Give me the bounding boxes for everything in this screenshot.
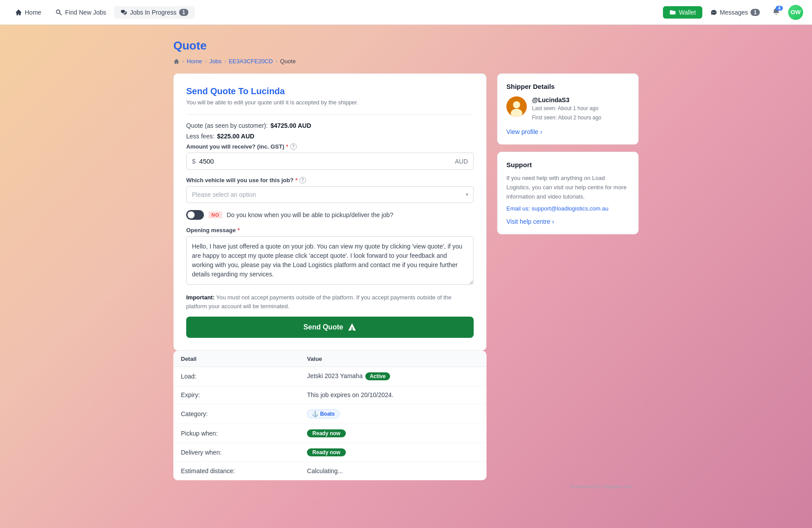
vehicle-help-icon[interactable]: ? bbox=[299, 177, 306, 184]
no-badge: NO bbox=[208, 211, 222, 218]
important-label: Important: bbox=[186, 294, 214, 301]
amount-group: Amount you will receive? (inc. GST) * ? … bbox=[186, 143, 474, 170]
pickup-toggle[interactable] bbox=[186, 210, 204, 220]
important-text: You must not accept payments outside of … bbox=[186, 294, 452, 310]
quote-line: Quote (as seen by customer): $4725.00 AU… bbox=[186, 122, 474, 129]
home-breadcrumb-icon bbox=[173, 58, 180, 65]
notif-badge: 4 bbox=[776, 6, 783, 11]
nav-wallet-label: Wallet bbox=[679, 9, 696, 16]
divider-1 bbox=[186, 115, 474, 115]
svg-point-1 bbox=[513, 101, 520, 108]
breadcrumb-job-id[interactable]: EE3A3CFE20CD bbox=[229, 58, 273, 65]
table-row: Pickup when:Ready now bbox=[174, 424, 486, 443]
shipper-card: Shipper Details @LucindaS3 Last seen: Ab… bbox=[497, 73, 639, 145]
vehicle-select[interactable]: Please select an option bbox=[186, 186, 474, 203]
send-quote-button[interactable]: Send Quote bbox=[186, 317, 474, 338]
page-title: Quote bbox=[173, 39, 639, 53]
send-btn-label: Send Quote bbox=[303, 323, 343, 331]
nav-jobs-in-progress-label: Jobs In Progress bbox=[130, 9, 176, 16]
vehicle-group: Which vehicle will you use for this job?… bbox=[186, 177, 474, 203]
wallet-icon bbox=[669, 9, 676, 16]
fees-label: Less fees: bbox=[186, 133, 214, 140]
nav-messages-label: Messages bbox=[720, 9, 748, 16]
nav-home-label: Home bbox=[25, 9, 41, 16]
amount-required: * bbox=[286, 143, 288, 150]
currency-suffix: AUD bbox=[455, 158, 468, 165]
toggle-label: Do you know when you will be able to pic… bbox=[227, 211, 394, 218]
message-icon bbox=[710, 9, 717, 16]
col-value: Value bbox=[300, 351, 486, 367]
quote-form-title: Send Quote To Lucinda bbox=[186, 86, 474, 96]
message-textarea[interactable]: Hello, I have just offered a quote on yo… bbox=[186, 236, 474, 285]
amount-input-wrapper: $ AUD bbox=[186, 153, 474, 170]
support-email: Email us: support@loadlogistics.com.au bbox=[506, 205, 629, 212]
table-row: Category:⚓ Boats bbox=[174, 404, 486, 424]
email-label: Email us: bbox=[506, 205, 530, 212]
message-required: * bbox=[237, 227, 240, 233]
chat-icon bbox=[120, 9, 127, 16]
table-cell-value: Calculating... bbox=[300, 462, 486, 480]
quote-label: Quote (as seen by customer): bbox=[186, 122, 268, 129]
support-title: Support bbox=[506, 161, 629, 168]
messages-badge: 1 bbox=[751, 9, 760, 16]
main-content: Quote › Home › Jobs › EE3A3CFE20CD › Quo… bbox=[163, 25, 649, 507]
navbar: Home Find New Jobs Jobs In Progress 1 Wa… bbox=[0, 0, 812, 25]
active-badge: Active bbox=[365, 372, 390, 380]
breadcrumb-current: Quote bbox=[280, 58, 295, 65]
breadcrumb-sep-1: › bbox=[182, 58, 184, 65]
table-cell-detail: Delivery when: bbox=[174, 443, 300, 462]
detail-table: Detail Value Load:Jetski 2023 YamahaActi… bbox=[173, 351, 486, 480]
nav-jobs-in-progress[interactable]: Jobs In Progress 1 bbox=[114, 6, 195, 19]
nav-wallet[interactable]: Wallet bbox=[663, 6, 702, 19]
nav-home[interactable]: Home bbox=[9, 6, 47, 19]
amount-help-icon[interactable]: ? bbox=[290, 143, 297, 150]
dollar-icon: $ bbox=[192, 157, 195, 165]
vehicle-label: Which vehicle will you use for this job?… bbox=[186, 177, 474, 184]
breadcrumb-sep-3: › bbox=[224, 58, 226, 65]
view-profile-link[interactable]: View profile › bbox=[506, 128, 629, 135]
amount-input[interactable] bbox=[199, 153, 455, 169]
breadcrumb-sep-2: › bbox=[205, 58, 207, 65]
search-icon bbox=[55, 9, 62, 16]
visit-help-link[interactable]: Visit help centre › bbox=[506, 218, 629, 225]
toggle-row: NO Do you know when you will be able to … bbox=[186, 210, 474, 220]
avatar-initials: OW bbox=[791, 9, 801, 15]
table-cell-detail: Load: bbox=[174, 367, 300, 386]
quote-amount: $4725.00 AUD bbox=[270, 122, 311, 129]
page-layout: Send Quote To Lucinda You will be able t… bbox=[173, 73, 639, 480]
quote-form-subtitle: You will be able to edit your quote unti… bbox=[186, 99, 474, 106]
table-cell-value: ⚓ Boats bbox=[300, 404, 486, 424]
nav-messages[interactable]: Messages 1 bbox=[704, 6, 766, 19]
vehicle-select-wrapper: Please select an option ▾ bbox=[186, 186, 474, 203]
user-avatar[interactable]: OW bbox=[788, 5, 803, 20]
quote-form-card: Send Quote To Lucinda You will be able t… bbox=[173, 73, 486, 351]
table-cell-detail: Estimated distance: bbox=[174, 462, 300, 480]
notifications-btn[interactable]: 4 bbox=[768, 5, 785, 19]
shipper-avatar bbox=[506, 96, 527, 117]
chevron-right-icon-2: › bbox=[552, 218, 554, 225]
breadcrumb: › Home › Jobs › EE3A3CFE20CD › Quote bbox=[173, 58, 639, 65]
fees-amount: $225.00 AUD bbox=[217, 133, 254, 140]
message-group: Opening message * Hello, I have just off… bbox=[186, 227, 474, 286]
nav-find-jobs[interactable]: Find New Jobs bbox=[49, 6, 112, 19]
table-cell-detail: Expiry: bbox=[174, 386, 300, 404]
screenshot-credit: Screenshot by Xnapper.com bbox=[173, 480, 639, 493]
important-notice: Important: You must not accept payments … bbox=[186, 293, 474, 310]
shipper-details: @LucindaS3 Last seen: About 1 hour ago F… bbox=[532, 96, 601, 122]
shipper-first-seen: First seen: About 2 hours ago bbox=[532, 114, 601, 122]
breadcrumb-home[interactable]: Home bbox=[187, 58, 202, 65]
boats-badge: ⚓ Boats bbox=[307, 409, 340, 418]
amount-label: Amount you will receive? (inc. GST) * ? bbox=[186, 143, 474, 150]
breadcrumb-jobs[interactable]: Jobs bbox=[209, 58, 221, 65]
send-icon bbox=[348, 323, 356, 332]
detail-table-head: Detail Value bbox=[174, 351, 486, 367]
table-cell-value: Ready now bbox=[300, 424, 486, 443]
shipper-info: @LucindaS3 Last seen: About 1 hour ago F… bbox=[506, 96, 629, 122]
fees-line: Less fees: $225.00 AUD bbox=[186, 133, 474, 140]
table-cell-detail: Category: bbox=[174, 404, 300, 424]
detail-table-body: Load:Jetski 2023 YamahaActiveExpiry:This… bbox=[174, 367, 486, 480]
jobs-in-progress-badge: 1 bbox=[179, 9, 188, 16]
ready-badge: Ready now bbox=[307, 448, 345, 456]
shipper-last-seen: Last seen: About 1 hour ago bbox=[532, 104, 601, 113]
vehicle-required: * bbox=[295, 177, 298, 184]
